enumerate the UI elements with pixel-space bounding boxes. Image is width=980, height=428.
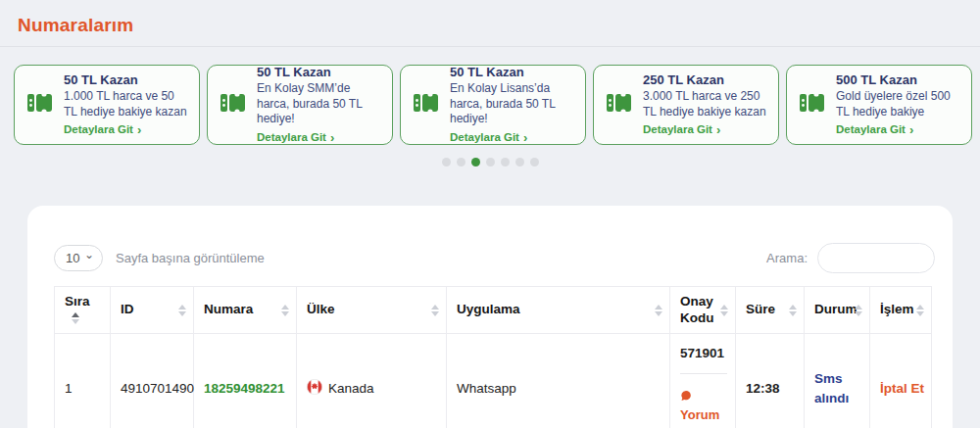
chevron-right-icon: › <box>137 123 141 136</box>
page-size-select-wrap: 10 ⌄ <box>54 245 103 271</box>
promo-card: 50 TL Kazan En Kolay SMM’de harca, burad… <box>207 65 393 145</box>
promo-details-link[interactable]: Detaylara Git› <box>836 123 913 136</box>
table-controls: 10 ⌄ Sayfa başına görüntüleme Arama: <box>54 245 935 274</box>
carousel-dot[interactable] <box>501 158 510 166</box>
sort-icon <box>178 305 186 316</box>
cell-durum: Sms alındı <box>805 334 870 428</box>
sort-icon <box>655 305 662 316</box>
numbers-panel: 10 ⌄ Sayfa başına görüntüleme Arama: Sır… <box>27 206 953 428</box>
promo-title: 250 TL Kazan <box>643 72 768 87</box>
promo-title: 50 TL Kazan <box>450 65 575 79</box>
promo-card: 500 TL Kazan Gold üyelere özel 500 TL he… <box>786 65 972 145</box>
search-label: Arama: <box>766 251 808 265</box>
column-header-sira[interactable]: Sıra <box>55 287 111 334</box>
sort-asc-icon <box>72 312 79 324</box>
column-header-id[interactable]: ID <box>111 287 194 334</box>
column-header-durum[interactable]: Durum <box>805 287 870 334</box>
carousel-dot[interactable] <box>515 158 524 166</box>
carousel-dot[interactable] <box>457 158 466 166</box>
numbers-table: Sıra ID Numara Ülke Uygulama Onay Kodu S… <box>54 286 932 428</box>
promo-title: 500 TL Kazan <box>836 72 961 87</box>
sort-icon <box>855 305 862 316</box>
column-header-uygulama[interactable]: Uygulama <box>447 287 670 334</box>
column-header-onay-kodu[interactable]: Onay Kodu <box>670 287 736 334</box>
carousel-dots <box>0 158 980 166</box>
promo-text: 3.000 TL harca ve 250 TL hediye bakiye k… <box>643 89 768 120</box>
chevron-right-icon: › <box>716 123 720 136</box>
ticket-icon <box>26 91 54 119</box>
promo-text: En Kolay Lisans’da harca, burada 50 TL h… <box>450 81 575 127</box>
promo-card: 50 TL Kazan 1.000 TL harca ve 50 TL hedi… <box>14 65 200 145</box>
carousel-dot[interactable] <box>530 158 539 166</box>
sort-icon <box>916 305 924 316</box>
promo-details-link[interactable]: Detaylara Git› <box>643 123 720 136</box>
column-header-islem[interactable]: İşlem <box>870 287 932 334</box>
chevron-right-icon: › <box>909 123 913 136</box>
sort-icon <box>281 305 289 316</box>
ticket-icon <box>220 91 247 119</box>
promo-text: 1.000 TL harca ve 50 TL hediye bakiye ka… <box>64 89 189 120</box>
chat-bubble-icon <box>680 388 695 403</box>
cell-numara: 18259498221 <box>194 334 297 428</box>
page-size-select[interactable]: 10 <box>55 246 102 270</box>
cell-islem: İptal Et <box>870 334 932 428</box>
ticket-icon <box>799 91 826 119</box>
promo-text: Gold üyelere özel 500 TL hediye bakiye <box>836 89 961 120</box>
carousel-dot[interactable] <box>486 158 495 166</box>
carousel-dot-active[interactable] <box>471 158 480 166</box>
chevron-right-icon: › <box>330 131 334 144</box>
promo-card: 250 TL Kazan 3.000 TL harca ve 250 TL he… <box>593 65 779 145</box>
sort-icon <box>789 305 797 316</box>
cancel-link[interactable]: İptal Et <box>880 381 924 396</box>
column-header-sure[interactable]: Süre <box>736 287 805 334</box>
promo-card: 50 TL Kazan En Kolay Lisans’da harca, bu… <box>400 65 586 145</box>
promo-cards-carousel: 50 TL Kazan 1.000 TL harca ve 50 TL hedi… <box>14 65 972 145</box>
page-title: Numaralarım <box>18 15 133 36</box>
column-header-ulke[interactable]: Ülke <box>297 287 447 334</box>
promo-details-link[interactable]: Detaylara Git› <box>257 131 334 144</box>
promo-details-link[interactable]: Detaylara Git› <box>64 123 141 136</box>
table-row: 1 4910701490 18259498221 Kanada Whatsapp… <box>55 334 932 428</box>
cell-ulke: Kanada <box>297 334 447 428</box>
promo-title: 50 TL Kazan <box>64 72 189 87</box>
carousel-dot[interactable] <box>442 158 451 166</box>
promo-title: 50 TL Kazan <box>257 65 382 79</box>
sort-icon <box>431 305 439 316</box>
confirmation-code: 571901 <box>680 346 729 360</box>
cell-sure: 12:38 <box>736 334 805 428</box>
table-header-row: Sıra ID Numara Ülke Uygulama Onay Kodu S… <box>55 287 932 334</box>
promo-details-link[interactable]: Detaylara Git› <box>450 131 527 144</box>
cell-sira: 1 <box>55 334 111 428</box>
column-header-numara[interactable]: Numara <box>194 287 297 334</box>
title-divider <box>0 46 980 47</box>
page-size-label: Sayfa başına görüntüleme <box>116 251 265 265</box>
search-input[interactable] <box>817 243 935 273</box>
ticket-icon <box>606 91 633 119</box>
cell-uygulama: Whatsapp <box>447 334 670 428</box>
chevron-right-icon: › <box>523 131 527 144</box>
ticket-icon <box>413 91 440 119</box>
comment-link[interactable]: Yorum Yap <box>680 386 729 428</box>
cell-id: 4910701490 <box>111 334 194 428</box>
cell-onay-kodu: 571901 Yorum Yap <box>670 334 736 428</box>
promo-text: En Kolay SMM’de harca, burada 50 TL hedi… <box>257 81 382 127</box>
sort-icon <box>720 305 728 316</box>
cell-divider <box>680 373 727 374</box>
canada-flag-icon <box>307 379 322 398</box>
